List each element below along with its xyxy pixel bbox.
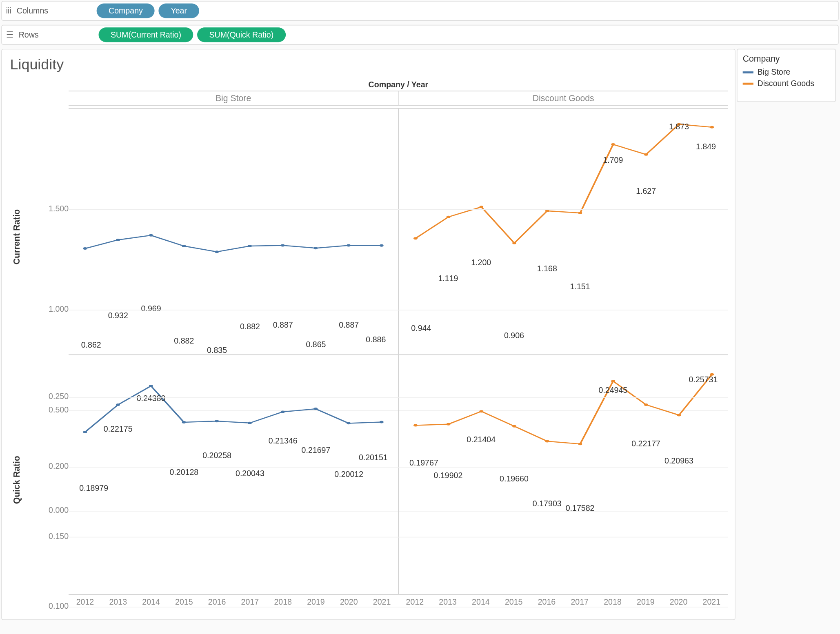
x-tick: 2021 — [365, 595, 398, 612]
data-label: 0.886 — [366, 335, 386, 345]
data-label: 1.849 — [696, 142, 716, 151]
data-label: 0.20151 — [359, 453, 388, 462]
svg-point-34 — [545, 440, 549, 443]
x-tick: 2017 — [233, 595, 267, 612]
legend-title: Company — [743, 53, 830, 63]
y-tick: 1.500 — [49, 204, 69, 213]
data-label: 0.19660 — [500, 474, 529, 483]
svg-point-11 — [446, 216, 450, 218]
y-tick: 0.150 — [49, 531, 69, 541]
data-label: 1.119 — [438, 274, 458, 283]
data-label: 0.969 — [141, 304, 161, 313]
rows-icon: ☰ — [6, 30, 13, 40]
x-tick: 2019 — [629, 595, 662, 612]
chart-area[interactable]: Company / Year Big Store Discount Goods … — [10, 79, 728, 618]
x-tick: 2018 — [267, 595, 300, 612]
legend-swatch — [743, 82, 753, 84]
x-tick: 2018 — [596, 595, 629, 612]
svg-point-28 — [347, 422, 351, 424]
svg-point-35 — [578, 443, 582, 445]
rows-shelf-label: Rows — [19, 30, 99, 40]
svg-point-10 — [413, 237, 417, 239]
data-label: 0.20258 — [202, 451, 231, 461]
svg-point-22 — [149, 385, 153, 387]
y-tick: 0.200 — [49, 461, 69, 471]
rows-shelf[interactable]: ☰ Rows SUM(Current Ratio) SUM(Quick Rati… — [1, 25, 838, 45]
x-tick: 2020 — [662, 595, 695, 612]
chart-title: Liquidity — [10, 56, 729, 73]
data-label: 0.835 — [207, 346, 227, 355]
legend-swatch — [743, 71, 753, 73]
data-label: 0.21404 — [467, 435, 496, 445]
data-label: 0.21346 — [269, 436, 298, 446]
pane-r1-discount-goods: 0.9441.1191.2000.9061.1681.1511.7091.627… — [399, 109, 728, 354]
legend-item[interactable]: Discount Goods — [743, 79, 830, 88]
super-header: Company / Year — [69, 79, 728, 91]
svg-point-8 — [347, 244, 351, 247]
svg-point-20 — [83, 431, 87, 433]
y-tick-labels-row2: 0.0000.0500.1000.1500.2000.250 — [44, 355, 69, 594]
pill-current-ratio[interactable]: SUM(Current Ratio) — [99, 27, 193, 42]
legend-panel[interactable]: Company Big StoreDiscount Goods — [737, 49, 836, 102]
data-label: 0.22175 — [104, 424, 133, 434]
data-label: 0.24380 — [137, 394, 166, 403]
svg-point-13 — [512, 242, 516, 244]
data-label: 0.24945 — [598, 386, 627, 395]
svg-point-24 — [215, 420, 219, 422]
pill-company[interactable]: Company — [97, 4, 155, 18]
data-label: 0.17582 — [566, 503, 595, 512]
columns-shelf[interactable]: iii Columns Company Year — [1, 1, 838, 21]
svg-point-37 — [644, 403, 648, 406]
data-label: 0.17903 — [533, 499, 562, 508]
plot-row-quick-ratio: 0.189790.221750.243800.201280.202580.200… — [69, 355, 728, 594]
data-label: 0.862 — [81, 340, 101, 350]
svg-point-32 — [479, 410, 483, 412]
data-label: 0.887 — [339, 320, 359, 330]
svg-point-29 — [380, 421, 384, 423]
svg-point-30 — [413, 424, 417, 427]
svg-point-23 — [182, 421, 186, 423]
svg-point-4 — [215, 250, 219, 253]
data-label: 0.944 — [411, 324, 431, 333]
x-tick: 2020 — [332, 595, 365, 612]
data-label: 1.151 — [570, 282, 590, 291]
columns-shelf-label: Columns — [17, 6, 97, 16]
columns-pills: Company Year — [97, 4, 199, 18]
data-label: 1.873 — [669, 122, 689, 132]
pill-quick-ratio[interactable]: SUM(Quick Ratio) — [197, 27, 286, 42]
legend-item[interactable]: Big Store — [743, 67, 830, 77]
svg-point-6 — [281, 244, 285, 247]
svg-point-21 — [116, 403, 120, 406]
svg-point-7 — [313, 247, 318, 249]
y-tick: 0.250 — [49, 392, 69, 401]
x-tick: 2013 — [431, 595, 464, 612]
columns-icon: iii — [6, 6, 11, 16]
svg-point-15 — [578, 212, 582, 214]
data-label: 0.19902 — [434, 471, 463, 480]
svg-point-0 — [83, 247, 87, 250]
data-label: 0.22177 — [631, 439, 660, 448]
svg-point-31 — [446, 423, 450, 426]
svg-point-26 — [281, 410, 285, 413]
data-label: 1.627 — [636, 186, 656, 196]
svg-point-1 — [116, 239, 120, 241]
y-axis-label-current-ratio: Current Ratio — [12, 197, 22, 277]
rows-pills: SUM(Current Ratio) SUM(Quick Ratio) — [99, 27, 286, 42]
svg-point-36 — [611, 380, 615, 382]
plot-row-current-ratio: 0.8620.9320.9690.8820.8350.8820.8870.865… — [69, 108, 728, 355]
x-axis: 2012201320142015201620172018201920202021… — [69, 594, 728, 611]
y-axis-label-quick-ratio: Quick Ratio — [12, 440, 22, 520]
data-label: 0.18979 — [79, 484, 108, 493]
pane-header-big-store: Big Store — [69, 91, 399, 105]
x-tick: 2014 — [135, 595, 168, 612]
x-tick: 2015 — [167, 595, 200, 612]
x-tick: 2013 — [102, 595, 135, 612]
y-tick: 0.100 — [49, 601, 69, 611]
svg-point-27 — [313, 408, 318, 410]
legend-label: Discount Goods — [758, 79, 814, 88]
x-tick: 2014 — [464, 595, 498, 612]
x-tick: 2017 — [563, 595, 596, 612]
pill-year[interactable]: Year — [159, 4, 199, 18]
pane-r1-big-store: 0.8620.9320.9690.8820.8350.8820.8870.865… — [69, 109, 399, 354]
pane-r2-discount-goods: 0.197670.199020.214040.196600.179030.175… — [399, 355, 728, 594]
